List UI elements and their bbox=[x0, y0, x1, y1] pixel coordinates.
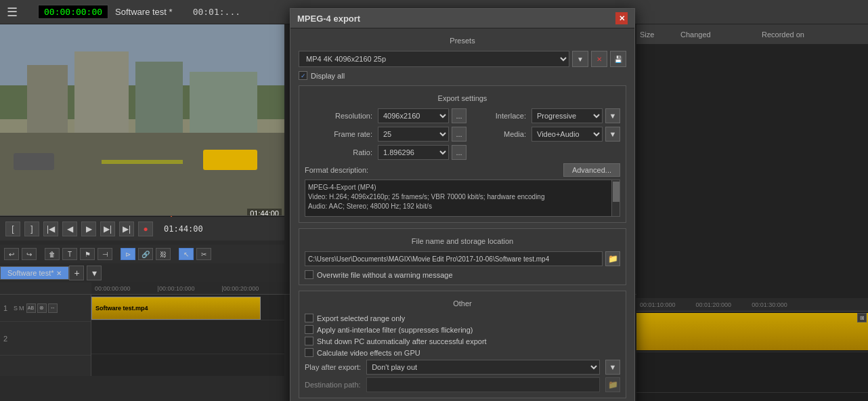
file-section: File name and storage location 📁 Overwri… bbox=[299, 228, 626, 285]
interlace-select[interactable]: Progressive bbox=[531, 108, 603, 123]
overwrite-checkbox[interactable] bbox=[305, 270, 313, 279]
tab-close-btn[interactable]: ✕ bbox=[56, 270, 62, 277]
dialog-body: Presets MP4 4K 4096x2160 25p ▼ ✕ 💾 ✓ Dis… bbox=[290, 28, 634, 401]
framerate-select[interactable]: 25 bbox=[378, 127, 449, 142]
playback-bar: [ ] |◀ ◀ ▶ ▶| ▶| ● 01:44:00 bbox=[0, 217, 284, 240]
timecode-display: 01:44:00 bbox=[164, 224, 203, 234]
file-path-input[interactable] bbox=[305, 251, 603, 266]
media-arrow-btn[interactable]: ▼ bbox=[605, 127, 620, 142]
edit-toolbar: ↩ ↪ 🗑 T ⚑ ⊣ ⊳ 🔗 ⛓ ↖ ✂ bbox=[0, 245, 284, 263]
trim-mode-btn[interactable]: ✂ bbox=[196, 248, 211, 260]
gpu-checkbox[interactable] bbox=[305, 348, 313, 357]
format-desc-label: Format description: bbox=[305, 166, 368, 174]
track-1-number: 1 bbox=[3, 304, 14, 312]
track-labels: 1 S M AB ⊗ ↔ 2 bbox=[0, 295, 91, 376]
ratio-select[interactable]: 1.896296 bbox=[378, 145, 449, 160]
link-btn[interactable]: 🔗 bbox=[138, 248, 153, 260]
tab-label: Software test* bbox=[7, 269, 53, 277]
media-label: Media: bbox=[472, 130, 526, 138]
dest-path-input[interactable] bbox=[366, 377, 600, 392]
display-all-row: ✓ Display all bbox=[299, 71, 626, 80]
record-btn[interactable]: ● bbox=[138, 221, 153, 236]
play-after-arrow-btn[interactable]: ▼ bbox=[605, 360, 620, 375]
split-btn[interactable]: ⊣ bbox=[97, 248, 112, 260]
redo-btn[interactable]: ↪ bbox=[22, 248, 37, 260]
play-after-select[interactable]: Don't play out bbox=[366, 360, 600, 375]
anti-interlace-checkbox[interactable] bbox=[305, 325, 313, 334]
ruler-mark-0: 00:00:00:000 bbox=[95, 285, 131, 292]
timecode-right: 00:01:... bbox=[193, 7, 240, 17]
goto-start-btn[interactable]: |◀ bbox=[43, 221, 58, 236]
undo-btn[interactable]: ↩ bbox=[4, 248, 19, 260]
advanced-btn[interactable]: Advanced... bbox=[563, 163, 620, 177]
right-panel-cols: Size Changed Recorded on bbox=[636, 30, 868, 39]
framerate-row: 25 ... bbox=[378, 127, 466, 142]
col-recorded-header: Recorded on bbox=[762, 30, 865, 39]
preset-save-btn[interactable]: 💾 bbox=[610, 51, 626, 67]
track-content: Software test.mp4 bbox=[91, 295, 284, 376]
resolution-select[interactable]: 4096x2160 bbox=[378, 108, 449, 123]
ratio-row: 1.896296 ... bbox=[378, 145, 466, 160]
format-desc-scrollbar[interactable] bbox=[611, 180, 620, 216]
arrow-btn[interactable]: ↖ bbox=[179, 248, 194, 260]
track-1-snap-btn[interactable]: ⊗ bbox=[37, 303, 47, 313]
mark-in-btn[interactable]: [ bbox=[5, 221, 20, 236]
marker-btn[interactable]: ⚑ bbox=[80, 248, 95, 260]
presets-row: MP4 4K 4096x2160 25p ▼ ✕ 💾 bbox=[299, 51, 626, 67]
dialog-close-btn[interactable]: ✕ bbox=[615, 12, 628, 24]
menu-icon[interactable]: ☰ bbox=[0, 5, 24, 20]
right-panel-timeline: 00:01:10:000 00:01:20:000 00:01:30:000 ⊞ bbox=[636, 298, 868, 401]
export-selected-checkbox[interactable] bbox=[305, 314, 313, 322]
preset-dropdown-btn[interactable]: ▼ bbox=[572, 51, 588, 67]
scrollbar-thumb bbox=[613, 182, 620, 202]
tab-dropdown-btn[interactable]: ▾ bbox=[87, 266, 102, 280]
format-desc-text: MPEG-4-Export (MP4) Video: H.264; 4096x2… bbox=[308, 183, 617, 211]
media-row: Video+Audio ▼ bbox=[531, 127, 620, 142]
step-back-btn[interactable]: ◀ bbox=[62, 221, 77, 236]
unlink-btn[interactable]: ⛓ bbox=[156, 248, 171, 260]
resolution-more-btn[interactable]: ... bbox=[452, 108, 466, 123]
export-selected-label: Export selected range only bbox=[317, 314, 405, 322]
ratio-more-btn[interactable]: ... bbox=[452, 145, 466, 160]
track-1-clip[interactable]: Software test.mp4 bbox=[91, 297, 261, 320]
browse-folder-btn[interactable]: 📁 bbox=[605, 251, 620, 266]
media-select[interactable]: Video+Audio bbox=[531, 127, 603, 142]
timeline-tab[interactable]: Software test* ✕ bbox=[0, 266, 69, 280]
track-2-row bbox=[91, 320, 284, 354]
trim-btn[interactable]: ⊳ bbox=[121, 248, 135, 260]
shutdown-label: Shut down PC automatically after success… bbox=[317, 337, 487, 345]
step-fwd-btn[interactable]: ▶| bbox=[100, 221, 115, 236]
format-desc-row: Format description: Advanced... bbox=[305, 163, 620, 177]
goto-end-btn[interactable]: ▶| bbox=[119, 221, 134, 236]
anti-interlace-label: Apply anti-interlace filter (suppresses … bbox=[317, 326, 473, 334]
preset-delete-btn[interactable]: ✕ bbox=[591, 51, 607, 67]
export-settings-section: Export settings Resolution: 4096x2160 ..… bbox=[299, 85, 626, 223]
mark-out-btn[interactable]: ] bbox=[24, 221, 39, 236]
text-btn[interactable]: T bbox=[62, 248, 77, 260]
svg-rect-11 bbox=[14, 153, 54, 170]
track-1-label: 1 S M AB ⊗ ↔ bbox=[0, 295, 91, 322]
overwrite-row: Overwrite file without a warning message bbox=[305, 270, 620, 279]
dest-path-row: Destination path: 📁 bbox=[305, 377, 620, 392]
svg-rect-6 bbox=[74, 51, 129, 133]
play-btn[interactable]: ▶ bbox=[81, 221, 96, 236]
timecode-left: 00:00:00:00 bbox=[38, 5, 108, 19]
track-2-label: 2 bbox=[0, 322, 91, 356]
app-title: Software test * bbox=[115, 7, 173, 17]
video-content bbox=[0, 24, 284, 221]
track-1-vol-btn[interactable]: ↔ bbox=[48, 303, 58, 313]
add-tab-btn[interactable]: + bbox=[69, 266, 84, 280]
framerate-more-btn[interactable]: ... bbox=[452, 127, 466, 142]
svg-rect-7 bbox=[135, 62, 183, 133]
preset-select[interactable]: MP4 4K 4096x2160 25p bbox=[299, 51, 569, 67]
interlace-arrow-btn[interactable]: ▼ bbox=[605, 108, 620, 123]
track-1-controls: AB ⊗ ↔ bbox=[26, 303, 58, 313]
display-all-checkbox[interactable]: ✓ bbox=[299, 71, 307, 80]
dest-browse-btn[interactable]: 📁 bbox=[605, 377, 620, 392]
track-1-ab-btn[interactable]: AB bbox=[26, 303, 36, 313]
right-expand-btn[interactable]: ⊞ bbox=[857, 313, 867, 322]
tracks-container: 1 S M AB ⊗ ↔ 2 Software test.mp4 bbox=[0, 295, 284, 376]
shutdown-checkbox[interactable] bbox=[305, 337, 313, 345]
resolution-row: 4096x2160 ... bbox=[378, 108, 466, 123]
delete-btn[interactable]: 🗑 bbox=[45, 248, 60, 260]
